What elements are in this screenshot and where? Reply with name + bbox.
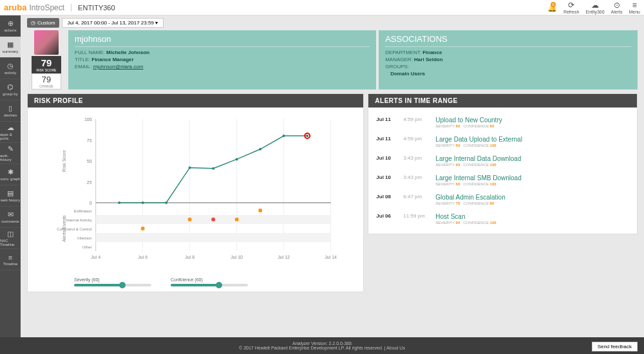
sidebar-icon: ▦ [7, 41, 14, 49]
confidence-slider[interactable]: Confidence (60) [171, 277, 248, 286]
entity360-button[interactable]: ☁ Entity360 [585, 1, 604, 14]
sidebar-item-comments[interactable]: ✉comments [0, 207, 21, 228]
sidebar-icon: ≡ [8, 254, 12, 261]
cloud-icon: ☁ [591, 1, 599, 10]
timerange-bar: ◷ Custom Jul 4, 2017 00:00 - Jul 13, 201… [27, 18, 638, 28]
footer-copyright: © 2017 Hewlett Packard Enterprise Develo… [239, 346, 383, 350]
svg-point-25 [212, 167, 214, 170]
alert-title: Host Scan [435, 213, 629, 220]
sidebar-icon: ✱ [8, 168, 14, 176]
sidebar-item-NACTimeline[interactable]: ◫NAC Timeline [0, 228, 21, 249]
notif-badge: 0 [551, 2, 556, 7]
refresh-icon: ⟳ [568, 1, 574, 10]
svg-text:Jul 12: Jul 12 [278, 255, 290, 259]
clock-icon: ◷ [31, 20, 35, 26]
alert-item[interactable]: Jul 086:47 pmGlobal Admin EscalationSEVE… [376, 190, 629, 209]
risk-score-box: 79 RISK SCORE [32, 56, 61, 73]
sidebar-icon: ⊕ [8, 19, 14, 28]
svg-text:Jul 10: Jul 10 [231, 255, 243, 259]
content: ◷ Custom Jul 4, 2017 00:00 - Jul 13, 201… [21, 15, 644, 337]
sidebar-item-Timeline[interactable]: ≡Timeline [0, 249, 21, 270]
associations-heading: ASSOCIATIONS [385, 34, 631, 44]
alert-item[interactable]: Jul 114:59 pmUpload to New CountrySEVERI… [376, 113, 629, 132]
sidebar-icon: ⌬ [7, 83, 14, 91]
footer: Analyzer Version: 2.2.0.0-388 © 2017 Hew… [0, 337, 644, 354]
notifications-button[interactable]: 🔔 0 [547, 3, 557, 12]
alert-item[interactable]: Jul 103:43 pmLarge Internal SMB Download… [376, 171, 629, 190]
svg-point-42 [141, 227, 145, 230]
sidebar-item-appsports[interactable]: ☁apps & ports [0, 122, 21, 143]
topbar-right: 🔔 0 ⟳ Refresh ☁ Entity360 ⊙ Alerts ≡ Men… [547, 1, 640, 14]
sidebar-item-actions[interactable]: ⊕actions [0, 15, 21, 37]
alert-item[interactable]: Jul 114:59 pmLarge Data Upload to Extern… [376, 132, 629, 151]
svg-point-28 [283, 135, 285, 137]
svg-text:Other: Other [82, 245, 92, 249]
sidebar-icon: ▤ [7, 189, 14, 198]
svg-text:Jul 6: Jul 6 [138, 255, 147, 259]
avatar-box: 79 RISK SCORE 79 CHANGE [27, 30, 66, 89]
sidebar-item-convgraph[interactable]: ✱conv. graph [0, 164, 21, 185]
risk-profile-heading: RISK PROFILE [28, 94, 363, 107]
profile-card: mjohnson FULL NAME: Michelle Johnson TIT… [68, 30, 376, 89]
svg-point-21 [118, 201, 120, 204]
timerange-mode-button[interactable]: ◷ Custom [27, 18, 59, 28]
alert-title: Large Data Upload to External [435, 136, 629, 143]
email-link[interactable]: mjohnson@niara.com [93, 64, 143, 70]
change-box: 79 CHANGE [32, 73, 61, 89]
svg-text:Jul 14: Jul 14 [325, 255, 337, 259]
sidebar-item-devices[interactable]: ▯devices [0, 100, 21, 122]
about-link[interactable]: About Us [386, 346, 405, 350]
timerange-picker[interactable]: Jul 4, 2017 00:00 - Jul 13, 2017 23:59 ▾ [62, 18, 164, 28]
sidebar-item-webhistory[interactable]: ▤web history [0, 185, 21, 207]
sidebar-icon: ✎ [8, 145, 14, 153]
svg-point-40 [211, 218, 215, 221]
avatar [34, 30, 59, 55]
svg-point-29 [306, 135, 308, 137]
profile-username: mjohnson [75, 34, 370, 44]
alert-title: Large Internal Data Download [435, 155, 629, 162]
svg-text:Jul 8: Jul 8 [185, 255, 194, 259]
sidebar-item-groupby[interactable]: ⌬group by [0, 79, 21, 100]
svg-point-26 [236, 158, 238, 160]
svg-text:100: 100 [84, 117, 92, 122]
svg-text:50: 50 [87, 159, 92, 163]
svg-text:Exfiltration: Exfiltration [74, 209, 92, 213]
topbar: aruba IntroSpect ENTITY360 🔔 0 ⟳ Refresh… [0, 0, 644, 15]
send-feedback-button[interactable]: Send feedback [592, 342, 638, 351]
svg-rect-35 [96, 233, 331, 242]
sidebar-icon: ✉ [8, 210, 14, 219]
alert-item[interactable]: Jul 103:43 pmLarge Internal Data Downloa… [376, 151, 629, 171]
sidebar-item-activity[interactable]: ◷activity [0, 58, 21, 79]
refresh-button[interactable]: ⟳ Refresh [564, 1, 580, 14]
svg-text:75: 75 [87, 138, 92, 143]
menu-button[interactable]: ≡ Menu [629, 1, 640, 14]
svg-text:Risk Score: Risk Score [62, 150, 66, 172]
svg-text:Infection: Infection [77, 236, 92, 240]
alert-item[interactable]: Jul 0611:59 pmHost ScanSEVERITY 60 CONFI… [376, 209, 629, 228]
sidebar-icon: ◷ [7, 62, 14, 70]
severity-slider[interactable]: Severity (60) [74, 277, 151, 286]
svg-point-24 [189, 166, 191, 169]
svg-point-23 [165, 201, 167, 204]
risk-profile-panel: RISK PROFILE 0255075100Jul 4Jul 6Jul 8Ju… [27, 93, 364, 292]
svg-point-39 [188, 218, 192, 221]
sidebar-icon: ◫ [7, 230, 14, 238]
sidebar-item-authhistory[interactable]: ✎auth. history [0, 143, 21, 164]
svg-text:Command & Control: Command & Control [57, 227, 91, 231]
sidebar: ⊕actions▦summary◷activity⌬group by▯devic… [0, 15, 21, 337]
alert-title: Large Internal SMB Download [435, 174, 629, 182]
svg-text:0: 0 [90, 201, 92, 205]
alerts-button[interactable]: ⊙ Alerts [611, 1, 623, 14]
app-name: ENTITY360 [71, 4, 115, 12]
brand-name: aruba [4, 3, 26, 12]
menu-icon: ≡ [632, 1, 637, 10]
svg-text:Jul 4: Jul 4 [91, 255, 100, 259]
alerts-icon: ⊙ [614, 1, 620, 10]
alert-title: Global Admin Escalation [435, 194, 629, 201]
alerts-panel: ALERTS IN TIME RANGE Jul 114:59 pmUpload… [368, 93, 638, 234]
sidebar-item-summary[interactable]: ▦summary [0, 37, 21, 58]
alerts-heading: ALERTS IN TIME RANGE [368, 94, 637, 107]
brand-sub: IntroSpect [29, 3, 64, 12]
sidebar-icon: ▯ [8, 104, 12, 113]
svg-point-41 [235, 218, 239, 221]
